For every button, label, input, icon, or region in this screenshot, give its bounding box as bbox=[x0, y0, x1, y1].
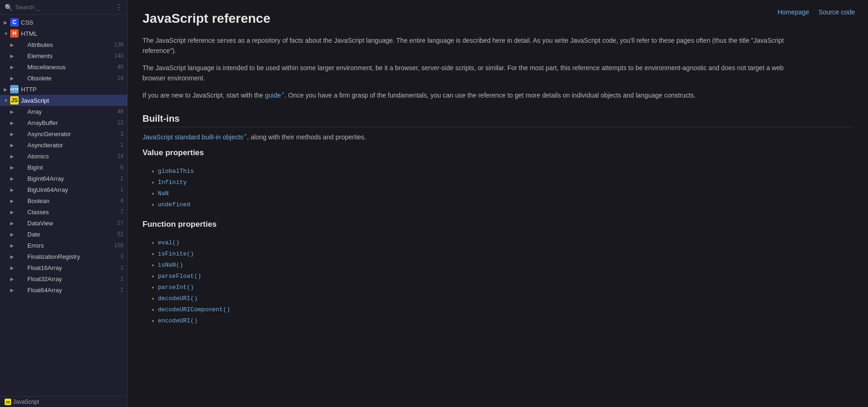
homepage-link[interactable]: Homepage bbox=[777, 8, 810, 16]
standard-builtins-link[interactable]: JavaScript standard built-in objects↗ bbox=[143, 133, 247, 141]
sidebar-item-errors[interactable]: ▶ Errors 158 bbox=[0, 240, 127, 251]
sidebar-label-date: Date bbox=[27, 231, 115, 238]
chevron-right-icon-ab: ▶ bbox=[10, 120, 17, 125]
sidebar-item-javascript[interactable]: ▼ JS JavaScript bbox=[0, 95, 127, 106]
sidebar-item-float16array[interactable]: ▶ Float16Array 1 bbox=[0, 262, 127, 273]
sidebar-label-finalizationregistry: FinalizationRegistry bbox=[27, 253, 117, 260]
sidebar-label-errors: Errors bbox=[27, 242, 111, 249]
sidebar-count-float64array: 1 bbox=[120, 287, 123, 293]
list-item: encodeURI() bbox=[152, 315, 853, 327]
list-item: NaN bbox=[152, 188, 853, 199]
sidebar-count-obsolete: 19 bbox=[117, 75, 123, 81]
main-content: Homepage Source code JavaScript referenc… bbox=[128, 0, 868, 407]
placeholder-icon-ag bbox=[17, 130, 25, 138]
parsefloat-link[interactable]: parseFloat() bbox=[158, 273, 201, 280]
sidebar-count-miscellaneous: 40 bbox=[117, 64, 123, 70]
sidebar-item-obsolete[interactable]: ▶ Obsolete 19 bbox=[0, 72, 127, 84]
sidebar-item-float32array[interactable]: ▶ Float32Array 1 bbox=[0, 273, 127, 284]
guide-link[interactable]: guide↗ bbox=[265, 92, 285, 99]
undefined-link[interactable]: undefined bbox=[158, 201, 190, 208]
chevron-right-icon-cls: ▶ bbox=[10, 210, 17, 215]
sidebar-item-dataview[interactable]: ▶ DataView 27 bbox=[0, 217, 127, 229]
sidebar-item-boolean[interactable]: ▶ Boolean 4 bbox=[0, 195, 127, 206]
nan-link[interactable]: NaN bbox=[158, 190, 168, 197]
sidebar-item-biguint64array[interactable]: ▶ BigUint64Array 1 bbox=[0, 184, 127, 195]
sidebar-label-html: HTML bbox=[21, 30, 123, 37]
chevron-right-icon-http: ▶ bbox=[4, 87, 10, 92]
sidebar-item-bigint64array[interactable]: ▶ BigInt64Array 1 bbox=[0, 173, 127, 184]
sidebar-item-http[interactable]: ▶ HTTP HTTP bbox=[0, 84, 127, 95]
sidebar-item-date[interactable]: ▶ Date 51 bbox=[0, 229, 127, 240]
page-title: JavaScript reference bbox=[143, 11, 853, 26]
sidebar-label-css: CSS bbox=[21, 19, 123, 26]
decodeuricomponent-link[interactable]: decodeURIComponent() bbox=[158, 306, 230, 313]
sidebar-item-asynciterator[interactable]: ▶ AsyncIterator 1 bbox=[0, 139, 127, 151]
intro-paragraph-3: If you are new to JavaScript, start with… bbox=[143, 90, 792, 100]
sidebar-label-float16array: Float16Array bbox=[27, 264, 117, 271]
search-bar: 🔍 ⋮ bbox=[0, 0, 127, 15]
sidebar-item-array[interactable]: ▶ Array 48 bbox=[0, 106, 127, 117]
placeholder-icon-bu64 bbox=[17, 185, 25, 194]
chevron-down-icon: ▼ bbox=[4, 31, 10, 36]
chevron-right-icon-obs: ▶ bbox=[10, 76, 17, 81]
sidebar-label-asyncgenerator: AsyncGenerator bbox=[27, 131, 117, 138]
sidebar-tree: ▶ C CSS ▼ H HTML ▶ Attributes 138 ▶ Elem… bbox=[0, 15, 127, 396]
sidebar-label-boolean: Boolean bbox=[27, 197, 117, 204]
sidebar-count-bigint64array: 1 bbox=[120, 175, 123, 182]
placeholder-icon-f64 bbox=[17, 286, 25, 294]
search-input[interactable] bbox=[15, 4, 112, 11]
sidebar-item-bigint[interactable]: ▶ BigInt 6 bbox=[0, 162, 127, 173]
sidebar-label-atomics: Atomics bbox=[27, 153, 115, 160]
placeholder-icon-fr bbox=[17, 252, 25, 261]
sidebar-item-atomics[interactable]: ▶ Atomics 14 bbox=[0, 151, 127, 162]
eval-link[interactable]: eval() bbox=[158, 239, 180, 246]
sidebar-item-attributes[interactable]: ▶ Attributes 138 bbox=[0, 39, 127, 50]
chevron-right-icon-date: ▶ bbox=[10, 232, 17, 237]
chevron-right-icon-f64: ▶ bbox=[10, 288, 17, 293]
sidebar-label-asynciterator: AsyncIterator bbox=[27, 142, 117, 149]
globalthis-link[interactable]: globalThis bbox=[158, 168, 194, 175]
placeholder-icon-elem bbox=[17, 52, 25, 60]
sidebar-count-classes: 7 bbox=[120, 209, 123, 215]
placeholder-icon-bi64 bbox=[17, 174, 25, 183]
sidebar-count-bigint: 6 bbox=[120, 164, 123, 171]
sidebar-item-float64array[interactable]: ▶ Float64Array 1 bbox=[0, 284, 127, 295]
sidebar-item-elements[interactable]: ▶ Elements 140 bbox=[0, 50, 127, 61]
placeholder-icon-bi bbox=[17, 163, 25, 171]
placeholder-icon-date bbox=[17, 230, 25, 238]
sidebar-item-asyncgenerator[interactable]: ▶ AsyncGenerator 3 bbox=[0, 128, 127, 139]
chevron-right-icon-misc: ▶ bbox=[10, 65, 17, 70]
sidebar-label-http: HTTP bbox=[21, 86, 123, 93]
encodeuri-link[interactable]: encodeURI() bbox=[158, 317, 198, 324]
source-code-link[interactable]: Source code bbox=[818, 8, 855, 16]
sidebar-item-finalizationregistry[interactable]: ▶ FinalizationRegistry 3 bbox=[0, 251, 127, 262]
sidebar-item-miscellaneous[interactable]: ▶ Miscellaneous 40 bbox=[0, 61, 127, 72]
chevron-right-icon-err: ▶ bbox=[10, 243, 17, 248]
top-bar: Homepage Source code bbox=[777, 8, 855, 16]
decodeuri-link[interactable]: decodeURI() bbox=[158, 295, 198, 302]
sidebar-label-float32array: Float32Array bbox=[27, 276, 117, 282]
sidebar-item-classes[interactable]: ▶ Classes 7 bbox=[0, 206, 127, 217]
sidebar-count-float16array: 1 bbox=[120, 264, 123, 271]
chevron-down-icon-js: ▼ bbox=[4, 98, 10, 103]
placeholder-icon-at bbox=[17, 152, 25, 160]
chevron-right-icon: ▶ bbox=[4, 20, 10, 25]
sidebar-count-atomics: 14 bbox=[117, 153, 123, 159]
infinity-link[interactable]: Infinity bbox=[158, 179, 187, 186]
chevron-right-icon-bu64: ▶ bbox=[10, 187, 17, 192]
intro-paragraph-2: The JavaScript language is intended to b… bbox=[143, 63, 792, 84]
list-item: decodeURIComponent() bbox=[152, 304, 853, 315]
placeholder-icon-obs bbox=[17, 74, 25, 82]
sidebar-item-html[interactable]: ▼ H HTML bbox=[0, 28, 127, 39]
chevron-right-icon-ai: ▶ bbox=[10, 143, 17, 148]
isfinite-link[interactable]: isFinite() bbox=[158, 250, 194, 257]
isnan-link[interactable]: isNaN() bbox=[158, 262, 183, 269]
parseint-link[interactable]: parseInt() bbox=[158, 284, 194, 291]
sidebar-count-boolean: 4 bbox=[120, 197, 123, 204]
sidebar-item-arraybuffer[interactable]: ▶ ArrayBuffer 12 bbox=[0, 117, 127, 128]
search-menu-icon[interactable]: ⋮ bbox=[115, 3, 123, 12]
placeholder-icon-cls bbox=[17, 208, 25, 216]
sidebar-item-css[interactable]: ▶ C CSS bbox=[0, 17, 127, 28]
list-item: Infinity bbox=[152, 177, 853, 188]
sidebar-count-float32array: 1 bbox=[120, 276, 123, 282]
